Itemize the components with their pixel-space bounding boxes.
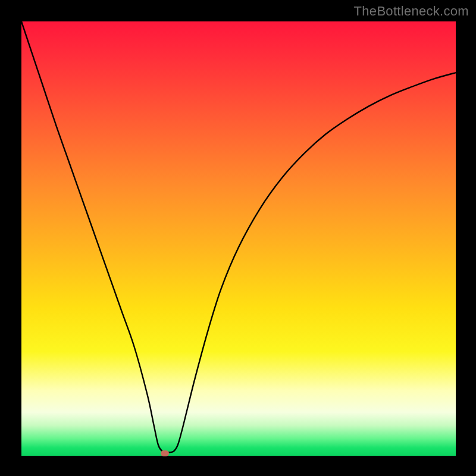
curve-path <box>21 21 456 452</box>
plot-area <box>21 21 456 456</box>
chart-frame: TheBottleneck.com <box>0 0 476 476</box>
attribution-text: TheBottleneck.com <box>354 4 469 19</box>
bottleneck-curve <box>21 21 456 456</box>
minimum-marker <box>161 450 169 456</box>
